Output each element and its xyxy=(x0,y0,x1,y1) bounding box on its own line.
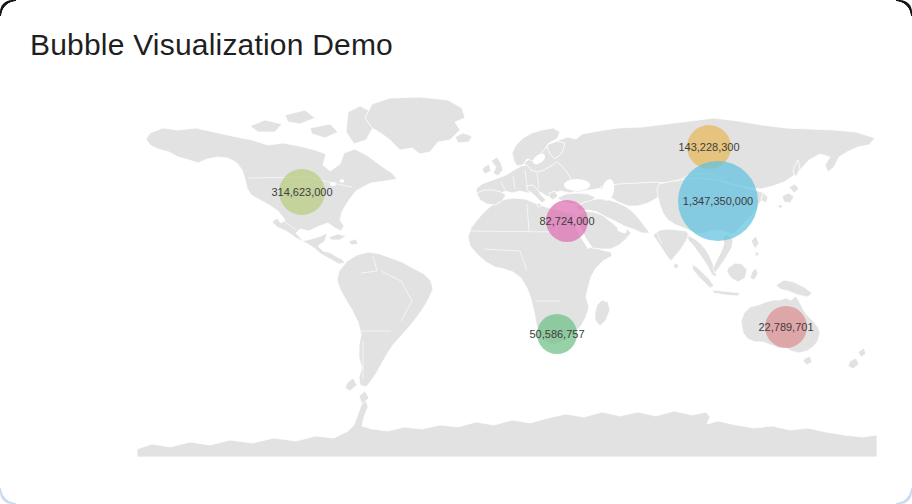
world-map-svg xyxy=(0,0,912,504)
bubble-label: 314,623,000 xyxy=(271,187,332,198)
bubble-australia[interactable]: 22,789,701 xyxy=(765,306,807,348)
world-map-land xyxy=(137,97,877,457)
bubble-south-africa[interactable]: 50,586,757 xyxy=(537,314,577,354)
bubble-china[interactable]: 1,347,350,000 xyxy=(678,161,758,241)
bubble-egypt[interactable]: 82,724,000 xyxy=(546,200,588,242)
bubble-united-states[interactable]: 314,623,000 xyxy=(279,169,325,215)
bubble-label: 1,347,350,000 xyxy=(683,196,753,207)
bubble-label: 22,789,701 xyxy=(758,322,813,333)
app-window: Bubble Visualization Demo xyxy=(0,0,912,504)
bubble-label: 50,586,757 xyxy=(529,329,584,340)
bubble-label: 82,724,000 xyxy=(539,216,594,227)
bubble-map: 314,623,000143,228,3001,347,350,00082,72… xyxy=(0,0,912,504)
bubble-label: 143,228,300 xyxy=(678,142,739,153)
